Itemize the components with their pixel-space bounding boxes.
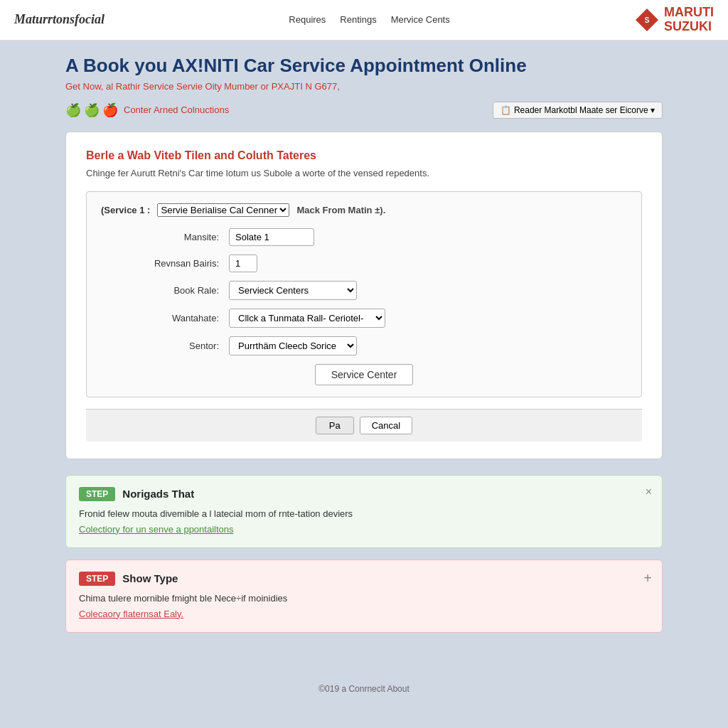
step2-header: STEP Show Type: [79, 572, 649, 586]
nav-links: Requires Rentings Mervice Cents: [289, 14, 449, 25]
mansite-input[interactable]: [229, 228, 314, 246]
apple-icon-3: 🍎: [102, 102, 118, 118]
step1-title: Norigads That: [122, 488, 194, 500]
apple-icon-1: 🍏: [65, 102, 81, 118]
step2-card: + STEP Show Type Chima tulere mornible f…: [65, 560, 663, 633]
nav-requires[interactable]: Requires: [289, 14, 326, 25]
form-card-description: Chinge fer Aurutt Retni's Car time lotum…: [86, 168, 642, 178]
book-rate-label: Book Rale:: [101, 285, 229, 296]
ok-button[interactable]: Pa: [316, 417, 354, 434]
mansite-label: Mansite:: [101, 232, 229, 242]
brand-name: MARUTI SUZUKI: [664, 6, 714, 34]
step1-close-button[interactable]: ×: [646, 486, 652, 498]
apple-icon-2: 🍏: [84, 102, 100, 118]
mack-label: Mack From Matin ±).: [296, 205, 385, 215]
inner-form-box: (Service 1 : Servie Berialise Cal Cenner…: [86, 191, 642, 397]
sentor-row: Sentor: Purrthäm Cleecb Sorice: [101, 336, 627, 355]
wantahate-label: Wantahate:: [101, 313, 229, 323]
toolbar-row: 🍏 🍏 🍎 Conter Arned Colnuctions 📋 Reader …: [65, 102, 663, 119]
toolbar-left: 🍏 🍏 🍎 Conter Arned Colnuctions: [65, 102, 229, 118]
step1-card: × STEP Norigads That Fronid felew mouta …: [65, 475, 663, 548]
form-action-row: Pa Cancal: [86, 409, 642, 441]
main-content: A Book you AX!NITI Car Service Appointme…: [44, 41, 684, 673]
toolbar-label: Conter Arned Colnuctions: [124, 105, 229, 115]
clipboard-icon: 📋: [500, 105, 511, 115]
book-rate-select[interactable]: Servieck Centers: [229, 281, 357, 300]
nav-rentings[interactable]: Rentings: [340, 14, 376, 25]
service-header-row: (Service 1 : Servie Berialise Cal Cenner…: [101, 203, 627, 217]
page-title: A Book you AX!NITI Car Service Appointme…: [65, 55, 663, 77]
step1-header: STEP Norigads That: [79, 487, 649, 501]
wantahate-row: Wantahate: Cllck a Tunmata Rall- Ceriote…: [101, 309, 627, 328]
nav-mervice[interactable]: Mervice Cents: [391, 14, 450, 25]
step1-description: Fronid felew mouta divemible a l latecia…: [79, 508, 649, 519]
header: Maturrtonsfocial Requires Rentings Mervi…: [0, 0, 728, 41]
step2-tag: STEP: [79, 572, 115, 586]
footer: ©019 a Conrneclt About: [0, 673, 728, 701]
service-center-button[interactable]: Service Center: [315, 364, 414, 385]
form-card: Berle a Wab Viteb Tilen and Coluth Tater…: [65, 132, 663, 459]
revnsan-input[interactable]: [229, 255, 257, 272]
sentor-label: Sentor:: [101, 341, 229, 351]
step2-description: Chima tulere mornible fmight ble Nece÷if…: [79, 593, 649, 604]
cancel-button[interactable]: Cancal: [360, 417, 412, 434]
mansite-row: Mansite:: [101, 228, 627, 246]
service-dropdown[interactable]: Servie Berialise Cal Cenner: [157, 203, 289, 217]
suzuki-icon: S: [634, 7, 660, 33]
site-logo: Maturrtonsfocial: [14, 12, 105, 27]
brand-logo: S MARUTI SUZUKI: [634, 6, 714, 34]
reader-button[interactable]: 📋 Reader Markotbl Maate ser Eicorve ▾: [493, 102, 663, 119]
revnsan-row: Revnsan Bairis:: [101, 255, 627, 272]
footer-text: ©019 a Conrneclt About: [318, 684, 410, 694]
wantahate-select[interactable]: Cllck a Tunmata Rall- Ceriotel-: [229, 309, 385, 328]
page-subtitle: Get Now, al Rathir Service Servie Oity M…: [65, 81, 663, 92]
reader-btn-label: Reader Markotbl Maate ser Eicorve ▾: [514, 105, 655, 115]
step2-title: Show Type: [122, 572, 178, 584]
form-card-title: Berle a Wab Viteb Tilen and Coluth Tater…: [86, 149, 642, 162]
apple-icons: 🍏 🍏 🍎: [65, 102, 118, 118]
service-label: (Service 1 :: [101, 205, 150, 215]
step1-tag: STEP: [79, 487, 115, 501]
revnsan-label: Revnsan Bairis:: [101, 258, 229, 269]
step1-link[interactable]: Colectiory for un senve a ppontailtons: [79, 524, 234, 535]
sentor-select[interactable]: Purrthäm Cleecb Sorice: [229, 336, 357, 355]
step2-expand-button[interactable]: +: [643, 570, 652, 587]
book-rate-row: Book Rale: Servieck Centers: [101, 281, 627, 300]
svg-text:S: S: [645, 16, 650, 24]
step2-link[interactable]: Colecaory flaternsat Ealy.: [79, 609, 183, 619]
